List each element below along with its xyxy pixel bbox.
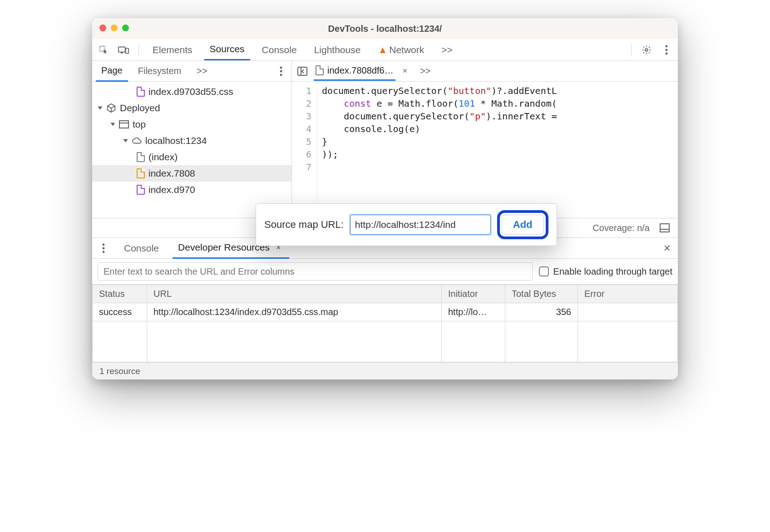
tree-label: localhost:1234 [145,135,207,146]
svg-rect-14 [660,224,669,232]
open-file-tab[interactable]: index.7808df6… [314,62,395,81]
source-map-popup: Source map URL: Add [256,203,557,246]
tree-label: (index) [148,152,178,163]
main-toolbar: Elements Sources Console Lighthouse ▲Net… [92,39,678,61]
svg-point-3 [645,49,648,51]
tab-elements[interactable]: Elements [147,40,198,60]
tab-console[interactable]: Console [257,40,302,60]
devres-toolbar: Enable loading through target [92,259,678,285]
col-status[interactable]: Status [93,285,147,303]
svg-rect-2 [126,48,128,53]
file-icon [316,65,324,75]
tree-item-js[interactable]: index.7808 [92,165,291,182]
caret-icon [111,123,115,126]
more-tabs-button[interactable]: >> [436,40,458,60]
navigator-more[interactable]: >> [191,61,212,81]
source-map-url-input[interactable] [350,215,491,235]
svg-point-4 [666,45,668,47]
source-text: document.querySelector("button")?.addEve… [317,82,678,218]
svg-rect-1 [118,47,125,52]
svg-rect-12 [119,121,128,128]
cell-initiator: http://lo… [442,303,505,321]
tree-label: index.d9703d55.css [148,86,233,97]
editor-more-tabs[interactable]: >> [415,61,436,81]
code-editor[interactable]: 1234567 document.querySelector("button")… [292,82,678,218]
close-drawer-button[interactable]: × [661,241,673,255]
tree-item-css[interactable]: index.d9703d55.css [92,84,291,100]
add-button-highlight: Add [497,210,548,239]
col-initiator[interactable]: Initiator [442,285,505,303]
col-url[interactable]: URL [147,285,442,303]
tree-label: Deployed [120,103,160,113]
drawer-tab-console[interactable]: Console [118,238,164,258]
col-bytes[interactable]: Total Bytes [505,285,578,303]
titlebar: DevTools - localhost:1234/ [92,18,678,39]
tree-label: index.7808 [148,168,195,179]
editor-tabs-bar: index.7808df6… × >> [292,61,678,81]
popup-label: Source map URL: [264,219,344,231]
svg-point-9 [280,74,282,76]
enable-loading-toggle[interactable]: Enable loading through target [539,266,672,277]
css-file-icon [137,185,145,195]
cell-status: success [93,303,147,321]
js-file-icon [137,168,145,178]
col-error[interactable]: Error [578,285,678,303]
svg-point-7 [280,66,282,69]
sources-body: index.d9703d55.css Deployed top localhos… [92,82,678,218]
css-file-icon [137,87,145,97]
add-button[interactable]: Add [502,215,544,235]
settings-icon[interactable] [640,43,653,57]
cell-error [578,303,678,321]
close-tab-button[interactable]: × [400,66,410,76]
close-window-button[interactable] [99,25,106,31]
drawer-statusbar: 1 resource [92,362,678,379]
tab-network[interactable]: ▲Network [372,40,429,60]
caret-icon [123,139,128,143]
svg-point-8 [280,70,282,72]
coverage-label: Coverage: n/a [592,223,650,233]
cell-bytes: 356 [505,303,578,321]
window-title: DevTools - localhost:1234/ [328,24,442,34]
zoom-window-button[interactable] [122,25,129,31]
cube-icon [106,103,116,113]
navigator-tabs: Page Filesystem >> [92,61,292,81]
tab-lighthouse[interactable]: Lighthouse [309,40,366,60]
kebab-menu-icon[interactable] [660,43,673,57]
navigator-menu-icon[interactable] [274,64,288,78]
device-toggle-icon[interactable] [117,43,130,57]
svg-point-17 [103,247,105,249]
cloud-icon [132,137,142,145]
tab-page[interactable]: Page [96,61,128,82]
svg-point-5 [666,49,668,51]
tree-item-host[interactable]: localhost:1234 [92,133,291,149]
checkbox-label: Enable loading through target [553,266,672,277]
tab-filesystem[interactable]: Filesystem [133,61,187,81]
window-controls [99,25,129,31]
tab-sources[interactable]: Sources [204,39,250,60]
devtools-window: DevTools - localhost:1234/ Elements Sour… [92,18,678,379]
minimize-window-button[interactable] [111,25,118,31]
caret-icon [98,107,103,110]
inspect-icon[interactable] [97,43,110,57]
svg-point-18 [103,251,105,253]
cell-url: http://localhost:1234/index.d9703d55.css… [147,303,442,321]
resources-table: Status URL Initiator Total Bytes Error s… [92,285,678,362]
checkbox-icon[interactable] [539,266,549,276]
file-tree: index.d9703d55.css Deployed top localhos… [92,82,292,218]
tree-item-css2[interactable]: index.d970 [92,182,291,198]
search-input[interactable] [98,262,533,281]
svg-point-6 [666,52,668,54]
frame-icon [119,120,129,128]
tree-item-index[interactable]: (index) [92,149,291,165]
drawer-menu-icon[interactable] [97,241,110,255]
warning-icon: ▲ [378,44,387,55]
show-drawer-icon[interactable] [658,221,671,235]
toggle-navigator-icon[interactable] [296,64,309,78]
tree-label: index.d970 [148,184,195,195]
tree-item-deployed[interactable]: Deployed [92,100,291,116]
open-file-name: index.7808df6… [327,65,394,76]
tree-item-top[interactable]: top [92,116,291,133]
table-row[interactable]: success http://localhost:1234/index.d970… [93,303,678,321]
gutter: 1234567 [292,82,317,218]
file-icon [137,152,145,162]
